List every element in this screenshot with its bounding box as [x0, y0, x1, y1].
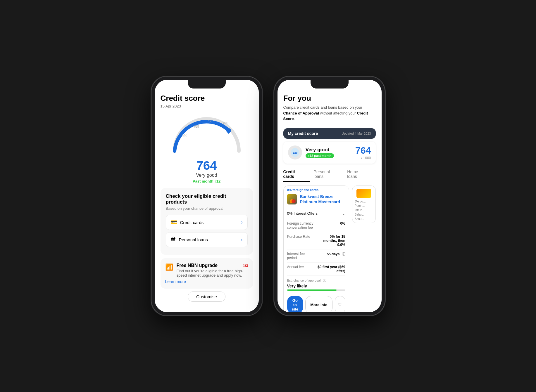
promo-info: Free NBN upgrade 1/3 Find out if you're …	[177, 263, 248, 277]
score-number-block: 764 / 1000	[355, 145, 371, 160]
svg-text:Exp: Exp	[292, 151, 297, 154]
svg-text:1000: 1000	[232, 153, 239, 154]
phone-1-screen: Credit score 15 Apr 2023 0 1000	[155, 80, 259, 312]
svg-text:700: 700	[207, 120, 212, 123]
detail-value-3: $0 first year ($69 after)	[317, 265, 345, 273]
card-product-name: Bankwest Breeze Platinum Mastercard	[300, 194, 345, 204]
interest-offer-label: 0% Interest Offers	[287, 211, 318, 216]
my-credit-score-label: My credit score	[288, 131, 318, 136]
score-outof: / 1000	[355, 156, 371, 160]
interest-offer-row[interactable]: 0% Interest Offers ⌄	[284, 208, 349, 219]
detail-label-3: Annual fee	[287, 265, 315, 269]
detail-row-2: Interest-fee period 55 days ⓘ	[287, 249, 345, 263]
past-month: Past month ↑12	[161, 179, 253, 183]
tab-home-loans[interactable]: Home loans	[347, 167, 372, 182]
svg-text:625: 625	[194, 125, 199, 128]
detail-rows: Foreign currency conversation fee 0% Pur…	[284, 219, 349, 276]
phone-2-screen: For you Compare credit cards and loans b…	[278, 80, 382, 312]
phones-container: Credit score 15 Apr 2023 0 1000	[151, 76, 385, 316]
for-you-desc: Compare credit cards and loans based on …	[283, 105, 376, 122]
section-title: Check your eligible credit products	[166, 193, 248, 205]
promo-card: 📶 Free NBN upgrade 1/3 Find out if you'r…	[161, 258, 253, 289]
promo-header: 📶 Free NBN upgrade 1/3 Find out if you'r…	[165, 263, 248, 277]
wifi-icon: 📶	[165, 263, 173, 271]
card-product-header: Bankwest Breeze Platinum Mastercard	[284, 192, 349, 208]
credit-score-title: Credit score	[161, 94, 253, 103]
score-badge: +12 past month	[306, 153, 334, 158]
svg-text:550: 550	[182, 134, 187, 137]
credit-cards-chevron: ›	[241, 220, 242, 225]
wishlist-button[interactable]: ♡	[335, 296, 345, 312]
personal-loans-row[interactable]: 🏛 Personal loans ›	[166, 232, 248, 247]
gauge-container: 0 1000 Weak Excellent 550 625 700 800	[161, 113, 253, 160]
tab-credit-cards[interactable]: Credit cards	[283, 167, 310, 182]
card-product-bankwest: 0% foreign fee cards Bankwest Breeze Pla…	[283, 185, 349, 313]
credit-cards-label: Credit cards	[180, 220, 204, 225]
learn-more-link[interactable]: Learn more	[165, 279, 248, 284]
cards-wrapper: 0% foreign fee cards Bankwest Breeze Pla…	[283, 185, 376, 313]
credit-products-section: Check your eligible credit products Base…	[161, 188, 253, 255]
side-card: 0% pu... Purch... Intere... Balan... Ann…	[352, 185, 376, 223]
approval-bar	[287, 289, 345, 291]
phone-2: For you Compare credit cards and loans b…	[274, 76, 385, 316]
svg-text:0: 0	[172, 153, 174, 154]
more-info-button[interactable]: More info	[305, 296, 332, 312]
detail-label-1: Purchase Rate	[287, 235, 315, 239]
detail-label-0: Foreign currency conversation fee	[287, 221, 315, 230]
mcs-updated: Updated 4 Mar 2023	[342, 132, 371, 135]
approval-value: Very likely	[287, 284, 345, 288]
for-you-header: For you Compare credit cards and loans b…	[278, 94, 382, 125]
detail-label-2: Interest-fee period	[287, 252, 315, 260]
detail-value-2: 55 days ⓘ	[317, 252, 345, 257]
credit-cards-row[interactable]: 💳 Credit cards ›	[166, 215, 248, 230]
mastercard-right-circle	[292, 199, 296, 203]
card-actions: Go to site More info ♡	[284, 296, 349, 312]
promo-title: Free NBN upgrade	[177, 263, 218, 268]
personal-loans-chevron: ›	[241, 237, 242, 242]
my-credit-score-bar[interactable]: My credit score Updated 4 Mar 2023	[283, 128, 376, 139]
desc-mid: without affecting your	[319, 111, 357, 115]
detail-row-0: Foreign currency conversation fee 0%	[287, 219, 345, 232]
approval-bar-fill	[287, 289, 337, 291]
svg-text:800: 800	[223, 122, 228, 125]
side-card-img	[356, 189, 371, 198]
side-card-text: 0% pu... Purch... Intere... Balan... Ann…	[352, 200, 375, 223]
credit-score-date: 15 Apr 2023	[161, 104, 253, 108]
detail-value-1: 0% for 15 months, then 9.9%	[317, 235, 345, 247]
personal-loans-left: 🏛 Personal loans	[171, 237, 208, 243]
personal-loans-icon: 🏛	[171, 237, 176, 243]
detail-value-0: 0%	[317, 221, 345, 226]
score-number: 764	[355, 145, 371, 156]
personal-loans-label: Personal loans	[179, 237, 208, 242]
detail-row-3: Annual fee $0 first year ($69 after)	[287, 263, 345, 276]
for-you-title: For you	[283, 94, 376, 103]
score-text: Very good	[306, 147, 352, 153]
credit-cards-left: 💳 Credit cards	[171, 219, 204, 226]
chevron-down-icon: ⌄	[342, 211, 345, 216]
card-image	[287, 194, 297, 204]
gauge-svg: 0 1000 Weak Excellent 550 625 700 800	[169, 113, 245, 154]
gauge-score: 764	[161, 159, 253, 173]
detail-row-1: Purchase Rate 0% for 15 months, then 9.9…	[287, 232, 345, 249]
notch-1	[188, 80, 226, 89]
desc-bold1: Chance of Approval	[283, 111, 319, 115]
card-tag: 0% foreign fee cards	[284, 186, 349, 192]
phone-1-content: Credit score 15 Apr 2023 0 1000	[155, 80, 259, 312]
tab-personal-loans[interactable]: Personal loans	[314, 167, 344, 182]
desc-plain: Compare credit cards and loans based on …	[283, 105, 362, 110]
promo-counter: 1/3	[243, 263, 248, 268]
credit-card-icon: 💳	[171, 219, 177, 226]
phone-2-content: For you Compare credit cards and loans b…	[278, 80, 382, 312]
info-icon-approval: ⓘ	[323, 278, 326, 282]
credit-score-row: Exp Very good +12 past month 764 / 1000	[283, 142, 376, 164]
promo-desc: Find out if you're eligible for a free h…	[177, 269, 248, 277]
score-info: Very good +12 past month	[306, 147, 352, 158]
section-sub: Based on your chance of approval	[166, 206, 248, 211]
go-to-site-button[interactable]: Go to site	[287, 296, 303, 312]
cards-scroll: 0% foreign fee cards Bankwest Breeze Pla…	[278, 185, 382, 313]
notch-2	[311, 80, 349, 89]
experian-icon: Exp	[290, 148, 300, 157]
customise-button[interactable]: Customise	[188, 292, 225, 302]
approval-section: Est. chance of approval ⓘ Very likely	[284, 276, 349, 296]
gauge-label: Very good	[161, 173, 253, 178]
